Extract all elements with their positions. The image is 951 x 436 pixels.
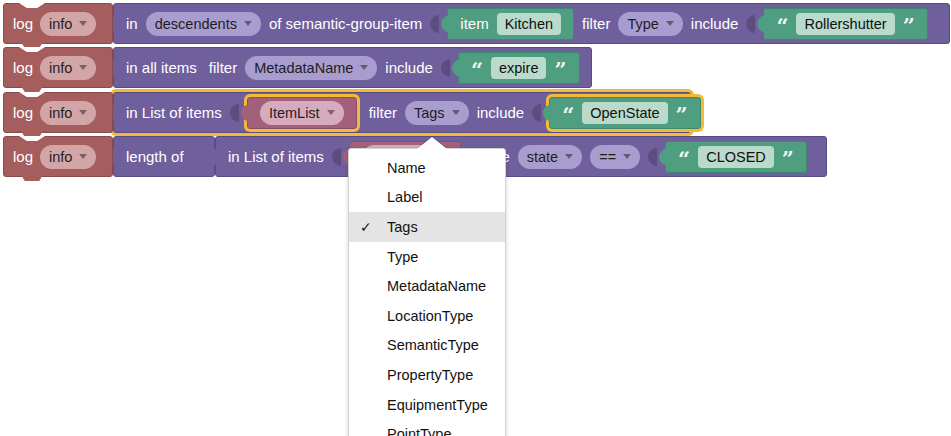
filter-attribute-value: Type bbox=[627, 16, 658, 32]
filter-attribute-dropdown-open[interactable]: Tags bbox=[405, 101, 469, 125]
filter-attribute-value: Tags bbox=[414, 105, 445, 121]
menu-item-label: PointType bbox=[387, 426, 452, 436]
menu-item-label: Type bbox=[387, 249, 418, 265]
variable-block[interactable]: ItemList bbox=[247, 97, 357, 129]
log-label: log bbox=[13, 15, 33, 32]
in-list-of-items-label: in List of items bbox=[126, 104, 222, 121]
input-socket bbox=[532, 104, 541, 122]
chevron-down-icon bbox=[327, 110, 335, 115]
log-level-value: info bbox=[49, 105, 72, 121]
include-label: include bbox=[385, 59, 433, 76]
close-quote-icon: ” bbox=[903, 21, 915, 31]
chevron-down-icon bbox=[244, 21, 252, 26]
text-field[interactable]: OpenState bbox=[582, 102, 667, 124]
open-quote-icon: “ bbox=[776, 21, 788, 31]
log-level-dropdown[interactable]: info bbox=[40, 12, 96, 36]
include-label: include bbox=[691, 15, 739, 32]
menu-item-label: Tags bbox=[387, 219, 418, 235]
log-level-dropdown[interactable]: info bbox=[40, 101, 96, 125]
input-socket bbox=[230, 104, 239, 122]
item-block[interactable]: item Kitchen bbox=[447, 8, 574, 40]
input-socket bbox=[430, 15, 439, 33]
menu-item-label: SemanticType bbox=[387, 337, 479, 353]
menu-item-semantictype[interactable]: SemanticType bbox=[349, 331, 505, 361]
open-quote-icon: “ bbox=[678, 154, 690, 164]
filter-attribute-dropdown[interactable]: MetadataName bbox=[245, 56, 377, 80]
log-level-dropdown[interactable]: info bbox=[40, 145, 96, 169]
menu-item-label: MetadataName bbox=[387, 278, 486, 294]
item-label: item bbox=[460, 15, 488, 32]
menu-item-label: Name bbox=[387, 160, 426, 176]
log-label: log bbox=[13, 104, 33, 121]
text-field[interactable]: Rollershutter bbox=[796, 13, 894, 35]
in-label: in bbox=[126, 15, 138, 32]
menu-item-label: LocationType bbox=[387, 308, 473, 324]
input-socket bbox=[441, 59, 450, 77]
chevron-down-icon bbox=[452, 110, 460, 115]
text-field[interactable]: expire bbox=[491, 57, 547, 79]
menu-item-type[interactable]: Type bbox=[349, 242, 505, 272]
operator-dropdown[interactable]: == bbox=[590, 145, 640, 169]
log-block[interactable]: log info bbox=[3, 3, 113, 44]
block-row-2: log info in all items filter MetadataNam… bbox=[3, 47, 592, 88]
menu-item-tags[interactable]: ✓ Tags bbox=[349, 212, 505, 242]
log-block[interactable]: log info bbox=[3, 136, 113, 177]
text-field[interactable]: CLOSED bbox=[698, 146, 774, 168]
menu-item-equipmenttype[interactable]: EquipmentType bbox=[349, 390, 505, 420]
chevron-down-icon bbox=[79, 21, 87, 26]
menu-item-label-option[interactable]: Label bbox=[349, 183, 505, 213]
log-block[interactable]: log info bbox=[3, 47, 113, 88]
filter-list-block-selected[interactable]: in List of items ItemList filter Tags in… bbox=[113, 92, 691, 133]
block-row-1: log info in descendents of semantic-grou… bbox=[3, 3, 950, 44]
scope-dropdown[interactable]: descendents bbox=[146, 12, 261, 36]
length-of-label: length of bbox=[126, 148, 184, 165]
input-socket bbox=[746, 15, 755, 33]
chevron-down-icon bbox=[623, 154, 631, 159]
operator-value: == bbox=[599, 149, 616, 165]
menu-item-metadataname[interactable]: MetadataName bbox=[349, 271, 505, 301]
checkmark-icon: ✓ bbox=[360, 219, 372, 235]
variable-dropdown[interactable]: ItemList bbox=[260, 101, 344, 125]
chevron-down-icon bbox=[565, 154, 573, 159]
in-all-items-label: in all items bbox=[126, 59, 197, 76]
log-level-value: info bbox=[49, 16, 72, 32]
menu-item-name[interactable]: Name bbox=[349, 153, 505, 183]
menu-item-propertytype[interactable]: PropertyType bbox=[349, 360, 505, 390]
chevron-down-icon bbox=[79, 65, 87, 70]
close-quote-icon: ” bbox=[782, 154, 794, 164]
filter-label: filter bbox=[369, 104, 397, 121]
close-quote-icon: ” bbox=[676, 110, 688, 120]
filter-label: filter bbox=[209, 59, 237, 76]
include-label: include bbox=[477, 104, 525, 121]
length-of-block[interactable]: length of bbox=[113, 136, 215, 177]
filter-attribute-dropdown[interactable]: Type bbox=[618, 12, 682, 36]
text-block[interactable]: “ Rollershutter ” bbox=[763, 8, 927, 40]
chevron-down-icon bbox=[79, 110, 87, 115]
filter-descendents-block[interactable]: in descendents of semantic-group-item it… bbox=[113, 3, 950, 44]
menu-item-label: PropertyType bbox=[387, 367, 473, 383]
text-block[interactable]: “ expire ” bbox=[458, 52, 580, 84]
log-level-value: info bbox=[49, 60, 72, 76]
state-dropdown[interactable]: state bbox=[518, 145, 582, 169]
filter-all-items-block[interactable]: in all items filter MetadataName include… bbox=[113, 47, 592, 88]
variable-name: ItemList bbox=[269, 105, 320, 121]
menu-item-pointtype[interactable]: PointType bbox=[349, 419, 505, 436]
log-label: log bbox=[13, 59, 33, 76]
in-list-of-items-label: in List of items bbox=[228, 148, 324, 165]
filter-where-block[interactable]: in List of items ItemList where state ==… bbox=[215, 136, 827, 177]
filter-label: filter bbox=[582, 15, 610, 32]
log-label: log bbox=[13, 148, 33, 165]
of-semantic-group-label: of semantic-group-item bbox=[269, 15, 422, 32]
scope-value: descendents bbox=[155, 16, 237, 32]
text-block[interactable]: “ CLOSED ” bbox=[665, 141, 807, 173]
menu-item-locationtype[interactable]: LocationType bbox=[349, 301, 505, 331]
log-block[interactable]: log info bbox=[3, 92, 113, 133]
open-quote-icon: “ bbox=[471, 65, 483, 75]
dropdown-menu: Name Label ✓ Tags Type MetadataName Loca… bbox=[348, 148, 506, 436]
input-socket bbox=[332, 148, 341, 166]
filter-attribute-value: MetadataName bbox=[254, 60, 353, 76]
state-value: state bbox=[527, 149, 558, 165]
log-level-dropdown[interactable]: info bbox=[40, 56, 96, 80]
item-name-field[interactable]: Kitchen bbox=[497, 13, 561, 35]
text-block[interactable]: “ OpenState ” bbox=[549, 97, 701, 129]
